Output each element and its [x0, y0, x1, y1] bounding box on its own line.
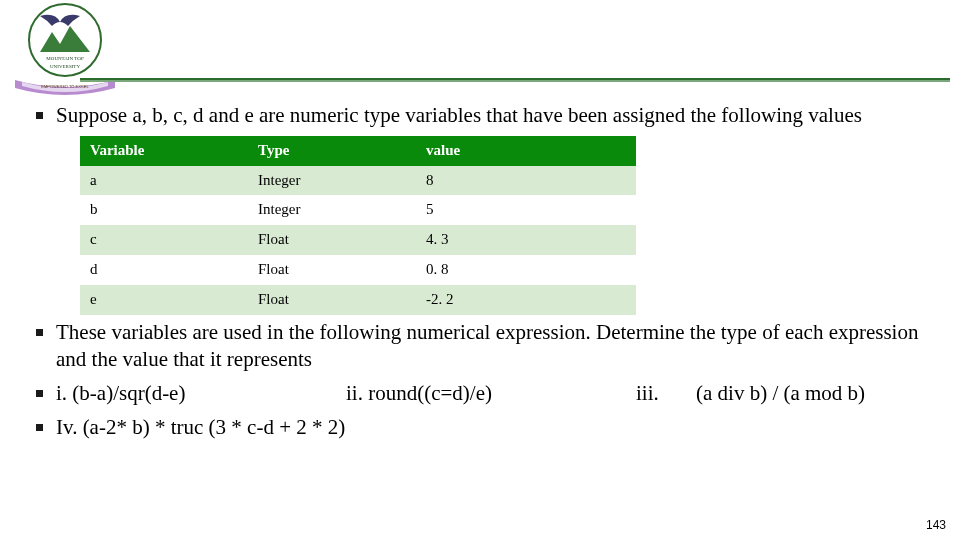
cell-value: 4. 3: [416, 225, 636, 255]
slide-content: Suppose a, b, c, d and e are numeric typ…: [0, 90, 960, 441]
bullet-expressions-line: i. (b-a)/sqr(d-e) ii. round((c=d)/e) iii…: [22, 380, 938, 408]
cell-variable: e: [80, 285, 248, 315]
expression-iv: Iv. (a-2* b) * truc (3 * c-d + 2 * 2): [56, 414, 938, 442]
cell-type: Integer: [248, 195, 416, 225]
table-row: e Float -2. 2: [80, 285, 636, 315]
expression-i: i. (b-a)/sqr(d-e): [56, 380, 346, 408]
bullet-icon: [22, 380, 56, 408]
cell-type: Float: [248, 255, 416, 285]
table-row: c Float 4. 3: [80, 225, 636, 255]
bullet-icon: [22, 414, 56, 442]
cell-value: 0. 8: [416, 255, 636, 285]
expression-ii: ii. round((c=d)/e): [346, 380, 636, 408]
cell-variable: b: [80, 195, 248, 225]
cell-variable: a: [80, 166, 248, 196]
expression-iii: (a div b) / (a mod b): [696, 380, 938, 408]
logo-ribbon-text: EMPOWERED TO EXCEL: [41, 84, 89, 89]
cell-value: 8: [416, 166, 636, 196]
bullet-intro: Suppose a, b, c, d and e are numeric typ…: [22, 102, 938, 130]
cell-type: Float: [248, 285, 416, 315]
bullet-expression-iv: Iv. (a-2* b) * truc (3 * c-d + 2 * 2): [22, 414, 938, 442]
cell-variable: c: [80, 225, 248, 255]
cell-value: 5: [416, 195, 636, 225]
header-value: value: [416, 136, 636, 166]
expression-iii-label: iii.: [636, 380, 696, 408]
bullet-after-table: These variables are used in the followin…: [22, 319, 938, 374]
table-row: b Integer 5: [80, 195, 636, 225]
cell-value: -2. 2: [416, 285, 636, 315]
cell-type: Integer: [248, 166, 416, 196]
page-number: 143: [926, 518, 946, 532]
bullet-intro-text: Suppose a, b, c, d and e are numeric typ…: [56, 102, 938, 130]
table-row: a Integer 8: [80, 166, 636, 196]
bullet-icon: [22, 102, 56, 130]
variables-table-wrap: Variable Type value a Integer 8 b Intege…: [80, 136, 938, 315]
bullet-icon: [22, 319, 56, 374]
slide-header: MOUNTAIN TOP UNIVERSITY EMPOWERED TO EXC…: [0, 0, 960, 90]
header-divider: [80, 78, 950, 82]
cell-variable: d: [80, 255, 248, 285]
cell-type: Float: [248, 225, 416, 255]
table-row: d Float 0. 8: [80, 255, 636, 285]
logo-text-bottom: UNIVERSITY: [50, 64, 80, 69]
variables-table: Variable Type value a Integer 8 b Intege…: [80, 136, 636, 315]
logo-text-top: MOUNTAIN TOP: [46, 56, 84, 61]
header-type: Type: [248, 136, 416, 166]
university-logo: MOUNTAIN TOP UNIVERSITY EMPOWERED TO EXC…: [10, 2, 120, 97]
table-header-row: Variable Type value: [80, 136, 636, 166]
header-variable: Variable: [80, 136, 248, 166]
bullet-after-table-text: These variables are used in the followin…: [56, 319, 938, 374]
